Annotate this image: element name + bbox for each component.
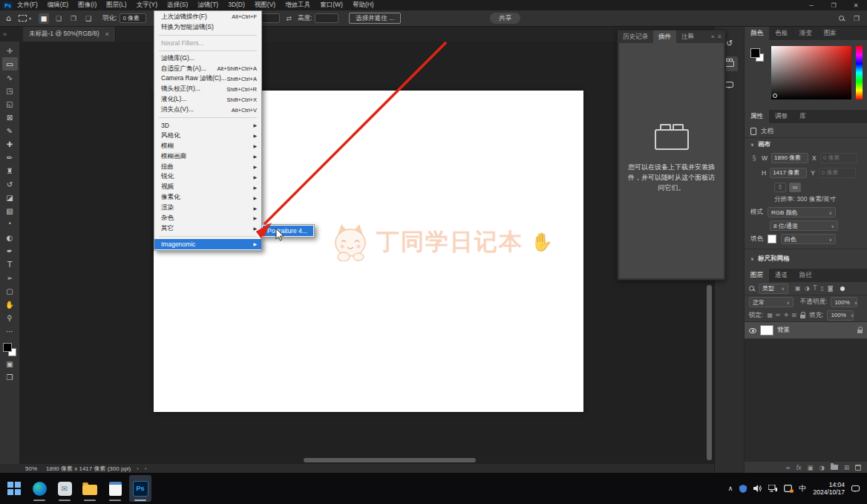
edit-toolbar-button[interactable]: ⋯ bbox=[2, 324, 18, 338]
share-button[interactable]: 共享 bbox=[490, 13, 520, 24]
panel-menu-icon[interactable]: ≡ bbox=[718, 33, 722, 40]
layer-kind-dropdown[interactable]: 类型∨ bbox=[759, 284, 788, 294]
path-selection-tool[interactable]: ➢ bbox=[2, 271, 18, 284]
filter-menu-item[interactable]: 渲染 ▶ bbox=[154, 203, 261, 213]
home-icon[interactable]: ⌂ bbox=[6, 13, 11, 23]
lock-pixels-icon[interactable]: ✏ bbox=[776, 312, 781, 318]
select-and-mask-button[interactable]: 选择并遮住 ... bbox=[349, 13, 401, 24]
filter-menu-item[interactable]: 模糊 ▶ bbox=[154, 141, 261, 151]
layer-row-background[interactable]: 背景 bbox=[745, 322, 867, 338]
horizontal-scrollbar[interactable] bbox=[304, 458, 476, 462]
screen-mode-button[interactable]: ❐ bbox=[2, 370, 18, 384]
vertical-scrollbar[interactable] bbox=[707, 285, 712, 460]
adjustment-layer-icon[interactable]: ◑ bbox=[819, 464, 824, 471]
filter-menu-item[interactable]: 液化(L)... Shift+Ctrl+X bbox=[154, 94, 261, 105]
filter-menu-item[interactable]: 转换为智能滤镜(S) bbox=[154, 22, 261, 33]
filter-type-icon[interactable]: T bbox=[814, 285, 817, 292]
collapse-panel-icon[interactable]: » bbox=[711, 33, 714, 40]
close-document-icon[interactable]: × bbox=[105, 30, 109, 38]
delete-layer-icon[interactable] bbox=[855, 465, 861, 471]
dodge-tool[interactable]: ◐ bbox=[2, 231, 18, 244]
type-tool[interactable]: T bbox=[2, 258, 18, 271]
gradient-tool[interactable]: ▧ bbox=[2, 204, 18, 217]
filter-menu-item[interactable]: 锐化 ▶ bbox=[154, 171, 261, 182]
filter-menu-item[interactable] bbox=[154, 115, 261, 120]
new-group-icon[interactable] bbox=[831, 465, 838, 470]
minimize-button[interactable]: ─ bbox=[800, 2, 822, 9]
menu-item[interactable]: 编辑(E) bbox=[48, 1, 68, 10]
panel-tab[interactable]: 路径 bbox=[794, 269, 818, 282]
search-icon[interactable] bbox=[839, 16, 845, 22]
filter-menu-item[interactable]: 其它 ▶ bbox=[154, 223, 261, 234]
volume-icon[interactable] bbox=[753, 485, 762, 492]
panel-tab[interactable]: 颜色 bbox=[745, 27, 769, 40]
filter-shape-icon[interactable]: ▯ bbox=[820, 285, 823, 292]
object-selection-tool[interactable]: ◳ bbox=[2, 84, 18, 97]
filter-menu-item[interactable]: 像素化 ▶ bbox=[154, 192, 261, 203]
blend-mode-dropdown[interactable]: 正常∨ bbox=[749, 297, 794, 307]
portraiture-menu-item[interactable]: Portraiture 4... bbox=[263, 226, 313, 236]
filter-adjustment-icon[interactable]: ◑ bbox=[805, 285, 810, 292]
link-layers-icon[interactable]: ∞ bbox=[785, 464, 791, 471]
color-picker-marker[interactable] bbox=[773, 94, 777, 98]
menu-item[interactable]: 滤镜(T) bbox=[197, 1, 218, 10]
screenshot-tool-icon[interactable] bbox=[784, 485, 792, 492]
filter-menu-item[interactable]: 杂色 ▶ bbox=[154, 213, 261, 223]
tool-preset-picker[interactable]: ▾ bbox=[19, 15, 31, 22]
color-swatch-pair[interactable] bbox=[749, 46, 767, 105]
zoom-tool[interactable]: ⚲ bbox=[2, 311, 18, 324]
taskbar-edge[interactable] bbox=[28, 475, 50, 502]
new-selection-icon[interactable]: ■ bbox=[39, 13, 49, 24]
lock-position-icon[interactable]: ✛ bbox=[784, 312, 789, 318]
filter-smart-object-icon[interactable]: ◙ bbox=[828, 285, 834, 292]
menu-item[interactable]: 3D(D) bbox=[228, 1, 245, 10]
filter-menu-item[interactable]: 扭曲 ▶ bbox=[154, 162, 261, 172]
link-dimensions-icon[interactable]: § bbox=[750, 154, 758, 162]
filter-menu-item[interactable]: 滤镜库(G)... bbox=[154, 53, 261, 64]
panel-tab[interactable]: 图层 bbox=[745, 269, 769, 282]
ime-indicator[interactable]: 中 bbox=[799, 483, 806, 494]
bit-depth-dropdown[interactable]: 8 位/通道∨ bbox=[770, 220, 838, 231]
x-input[interactable]: 0 像素 bbox=[820, 153, 857, 163]
opacity-dropdown[interactable]: 100%∨ bbox=[831, 297, 857, 307]
pen-tool[interactable]: ✒ bbox=[2, 244, 18, 258]
taskbar-mail-app[interactable]: ✉ bbox=[53, 475, 76, 502]
panel-tab[interactable]: 调整 bbox=[769, 110, 794, 123]
lock-all-icon[interactable] bbox=[800, 315, 805, 318]
foreground-color-swatch[interactable] bbox=[3, 343, 12, 352]
clone-stamp-tool[interactable]: ♜ bbox=[2, 164, 18, 177]
filter-menu-item[interactable]: 上次滤镜操作(F) Alt+Ctrl+F bbox=[154, 12, 261, 22]
shape-tool[interactable]: ▢ bbox=[2, 284, 18, 298]
taskbar-file-explorer[interactable] bbox=[79, 475, 101, 502]
network-icon[interactable] bbox=[768, 485, 777, 492]
chevron-down-icon[interactable]: ∨ bbox=[750, 142, 754, 147]
layer-mask-icon[interactable]: ▣ bbox=[807, 464, 813, 471]
hand-tool[interactable]: ✋ bbox=[2, 298, 18, 311]
lock-artboard-icon[interactable]: ⊞ bbox=[791, 312, 796, 318]
chevron-down-icon[interactable]: ∨ bbox=[750, 256, 754, 261]
history-brush-tool[interactable]: ↺ bbox=[2, 177, 18, 191]
layer-thumbnail[interactable] bbox=[760, 325, 773, 336]
hue-bar[interactable] bbox=[856, 46, 863, 99]
status-popup-icon[interactable]: › bbox=[137, 465, 139, 472]
panel-tab[interactable]: 历史记录 bbox=[618, 30, 653, 43]
filter-menu-item[interactable]: 镜头校正(R)... Shift+Ctrl+R bbox=[154, 84, 261, 94]
eyedropper-tool[interactable]: ✎ bbox=[2, 124, 18, 137]
healing-brush-tool[interactable]: ✚ bbox=[2, 137, 18, 151]
filter-menu-item[interactable]: 模糊画廊 ▶ bbox=[154, 151, 261, 162]
menu-item[interactable]: 选择(S) bbox=[167, 1, 188, 10]
fill-dropdown[interactable]: 100%∨ bbox=[827, 310, 854, 321]
saturation-square[interactable] bbox=[771, 46, 851, 99]
crop-tool[interactable]: ◱ bbox=[2, 97, 18, 111]
height-input[interactable] bbox=[315, 13, 338, 23]
filter-menu-item[interactable]: Neural Filters... bbox=[154, 38, 261, 48]
menu-item[interactable]: 图层(L) bbox=[106, 1, 126, 10]
taskbar-clock[interactable]: 14:04 2024/10/17 bbox=[813, 481, 845, 496]
panel-tab[interactable]: 通道 bbox=[769, 269, 794, 282]
layer-filter-toggle[interactable] bbox=[840, 287, 845, 291]
notification-center-icon[interactable] bbox=[851, 485, 860, 491]
filter-menu-item[interactable]: 风格化 ▶ bbox=[154, 131, 261, 141]
document-tab[interactable]: 未标题-1 @ 50%(RGB/8) × bbox=[23, 27, 116, 42]
taskbar-notes-app[interactable] bbox=[104, 475, 126, 502]
move-tool[interactable]: ✛ bbox=[2, 44, 18, 57]
